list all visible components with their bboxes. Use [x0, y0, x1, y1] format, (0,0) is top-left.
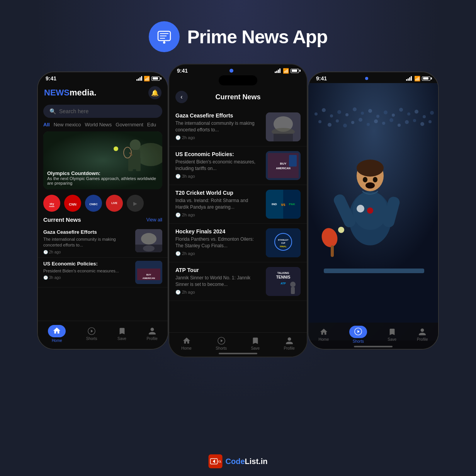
search-bar[interactable]: 🔍 Search here — [43, 105, 162, 118]
news-list: Gaza Ceasefire Efforts The international… — [169, 108, 307, 301]
svg-point-14 — [114, 146, 118, 151]
svg-point-100 — [363, 177, 367, 182]
nav-profile-label-3: Profile — [417, 337, 428, 342]
p2-news-2-time: 🕐 3h ago — [175, 174, 261, 179]
logo-news: NEWS — [44, 88, 70, 97]
cat-government[interactable]: Government — [116, 122, 143, 128]
wifi-icon-3: 📶 — [414, 76, 420, 82]
wifi-icon-2: 📶 — [283, 68, 289, 74]
signal-1 — [136, 76, 142, 81]
svg-point-59 — [290, 282, 296, 287]
status-time-2: 9:41 — [177, 68, 188, 74]
news-card-1-desc: The international community is making co… — [43, 236, 131, 248]
view-all-button[interactable]: View all — [146, 217, 162, 223]
news-card-2-desc: President Biden's economic measures... — [43, 268, 131, 274]
channel-sky[interactable]: sky news — [43, 195, 60, 212]
svg-text:FINAL: FINAL — [280, 245, 287, 248]
svg-point-99 — [366, 182, 375, 189]
svg-point-69 — [353, 107, 357, 111]
nav-shorts-2[interactable]: Shorts — [216, 337, 227, 350]
nav-home-bg — [48, 325, 66, 337]
p2-news-2-title: US Economic Policies: — [175, 151, 261, 157]
nav-home-label-2: Home — [181, 346, 192, 350]
channel-cnbc[interactable]: CNBC — [85, 195, 102, 212]
phones-container: 9:41 📶 NEWSmedia. — [0, 64, 476, 357]
p2-news-2[interactable]: US Economic Policies: President Biden's … — [169, 146, 307, 185]
p2-news-1[interactable]: Gaza Ceasefire Efforts The international… — [169, 108, 307, 146]
bar-3-1 — [406, 79, 407, 81]
nav-save-label-3: Save — [388, 337, 396, 342]
p2-news-5-desc: Jannik Sinner to World No. 1: Jannik Sin… — [175, 275, 261, 288]
nav-profile-2[interactable]: Profile — [284, 337, 294, 350]
svg-point-27 — [143, 245, 155, 252]
watermark-white: List.in — [245, 457, 268, 466]
back-button[interactable]: ‹ — [175, 91, 188, 103]
nav-home-1[interactable]: Home — [48, 325, 66, 343]
svg-point-88 — [382, 122, 385, 125]
channel-cnn[interactable]: CNN — [64, 195, 81, 212]
p2-thumb-4: STANLEY CUP FINAL — [266, 228, 301, 257]
svg-point-92 — [413, 119, 416, 122]
svg-point-77 — [415, 110, 418, 114]
p2-news-4-title: Hockey Finals 2024 — [175, 228, 261, 235]
p2-news-1-time: 🕐 2h ago — [175, 135, 261, 140]
profile-icon-3 — [418, 328, 427, 336]
cat-edu[interactable]: Edu — [147, 122, 156, 128]
cat-world-news[interactable]: World News — [85, 122, 112, 128]
bar-3-2 — [408, 78, 409, 81]
nav-save-label-1: Save — [117, 337, 126, 341]
nav-home-label-3: Home — [319, 337, 329, 342]
svg-rect-104 — [331, 245, 334, 257]
svg-point-79 — [430, 111, 434, 115]
nav-shorts-1[interactable]: Shorts — [86, 327, 97, 341]
bar-2-4 — [279, 68, 280, 73]
p2-news-1-text: Gaza Ceasefire Efforts The international… — [175, 112, 261, 140]
home-indicator-2 — [219, 353, 257, 354]
hero-card[interactable]: Olympics Countdown: As the next Olympic … — [43, 131, 162, 189]
section-title: Current News — [43, 216, 81, 223]
nav-save-1[interactable]: Save — [117, 327, 126, 341]
nav-profile-1[interactable]: Profile — [146, 327, 157, 341]
svg-point-67 — [337, 110, 341, 114]
notification-button[interactable]: 🔔 — [148, 86, 162, 99]
p2-news-4[interactable]: Hockey Finals 2024 Florida Panthers vs. … — [169, 224, 307, 262]
cat-new-mexico[interactable]: New mexico — [54, 122, 81, 128]
bottom-nav-3: Home Shorts Save — [308, 322, 438, 349]
svg-point-66 — [330, 114, 333, 117]
save-icon-1 — [118, 327, 126, 335]
news-card-2[interactable]: US Economic Policies: President Biden's … — [38, 258, 168, 287]
nav-shorts-3[interactable]: Shorts — [349, 326, 367, 343]
svg-text:IND: IND — [272, 202, 277, 206]
bar-2 — [138, 78, 139, 81]
save-icon-2 — [251, 337, 260, 345]
svg-text:CL: CL — [218, 460, 221, 463]
svg-point-85 — [359, 118, 362, 122]
nav-shorts-label-3: Shorts — [353, 339, 364, 343]
svg-point-76 — [407, 112, 410, 116]
channel-live[interactable]: LIVE — [106, 195, 123, 212]
nav-save-3[interactable]: Save — [388, 328, 396, 342]
p2-news-3[interactable]: T20 Cricket World Cup India vs. Ireland:… — [169, 185, 307, 224]
nav-profile-3[interactable]: Profile — [417, 328, 428, 342]
svg-point-71 — [368, 109, 372, 113]
svg-point-68 — [345, 113, 348, 116]
channel-more[interactable]: ▸ — [127, 195, 144, 212]
svg-point-73 — [384, 110, 388, 114]
svg-rect-42 — [289, 155, 297, 167]
category-tabs: All New mexico World News Government Edu — [38, 122, 168, 131]
svg-point-81 — [328, 123, 332, 127]
p2-news-5[interactable]: ATP Tour Jannik Sinner to World No. 1: J… — [169, 262, 307, 301]
svg-point-87 — [374, 119, 378, 123]
phone-news: 9:41 📶 ‹ — [168, 64, 308, 357]
nav-home-3[interactable]: Home — [319, 328, 329, 342]
hero-desc: As the next Olympic Games approach, athl… — [47, 176, 158, 185]
p2-topbar: ‹ Current News — [169, 88, 307, 108]
cat-all[interactable]: All — [43, 122, 50, 128]
news-card-1[interactable]: Gaza Ceasefire Efforts The international… — [38, 226, 168, 258]
phone-news-inner: 9:41 📶 ‹ — [169, 65, 307, 357]
svg-text:BUY: BUY — [146, 274, 151, 276]
svg-point-84 — [351, 121, 354, 124]
nav-home-label-1: Home — [52, 338, 62, 343]
nav-save-2[interactable]: Save — [251, 337, 260, 350]
nav-home-2[interactable]: Home — [181, 337, 192, 350]
